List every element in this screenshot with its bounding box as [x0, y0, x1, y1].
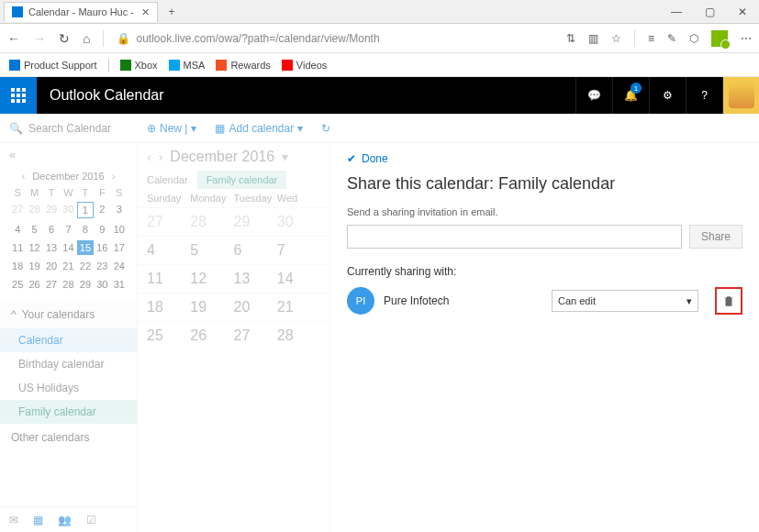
settings-gear-icon[interactable]: ⚙ — [649, 77, 686, 114]
your-calendars-toggle[interactable]: ^ Your calendars — [0, 301, 137, 328]
remove-share-button[interactable] — [715, 287, 742, 315]
other-calendars-toggle[interactable]: Other calendars — [0, 424, 137, 451]
calendar-tab[interactable]: Family calendar — [197, 171, 287, 189]
mini-day[interactable]: 5 — [26, 222, 42, 237]
month-day-cell[interactable]: 7 — [277, 242, 320, 259]
back-button[interactable]: ← — [7, 31, 20, 46]
add-calendar-button[interactable]: ▦ Add calendar ▾ — [215, 122, 303, 135]
mini-day[interactable]: 12 — [26, 240, 42, 255]
cast-icon[interactable]: ⇅ — [566, 32, 575, 45]
month-day-cell[interactable]: 13 — [234, 271, 277, 287]
mini-day[interactable]: 31 — [111, 277, 128, 292]
mini-day[interactable]: 4 — [9, 222, 26, 237]
month-day-cell[interactable]: 6 — [234, 242, 277, 259]
mini-day[interactable]: 17 — [111, 240, 128, 255]
refresh-button[interactable]: ↻ — [59, 31, 70, 46]
favorite-star-icon[interactable]: ☆ — [611, 32, 621, 45]
profile-badge-icon[interactable] — [711, 30, 728, 47]
mini-day[interactable]: 20 — [43, 259, 60, 273]
hub-icon[interactable]: ≡ — [648, 32, 654, 45]
mini-day[interactable]: 2 — [94, 202, 110, 218]
calendar-icon[interactable]: ▦ — [33, 514, 43, 526]
browser-tab[interactable]: Calendar - Mauro Huc - ✕ — [4, 2, 158, 22]
favorite-item[interactable]: Videos — [282, 60, 327, 71]
month-day-cell[interactable]: 4 — [147, 242, 190, 259]
maximize-button[interactable]: ▢ — [693, 6, 726, 18]
month-day-cell[interactable]: 11 — [147, 271, 190, 287]
mini-day[interactable]: 28 — [26, 202, 42, 218]
mini-day[interactable]: 11 — [9, 240, 26, 255]
mini-day[interactable]: 13 — [43, 240, 60, 255]
permission-select[interactable]: Can edit ▾ — [552, 290, 698, 312]
month-day-cell[interactable]: 26 — [190, 327, 233, 344]
refresh-calendar-icon[interactable]: ↻ — [321, 122, 330, 135]
mini-day[interactable]: 27 — [43, 277, 60, 292]
favorite-item[interactable]: MSA — [169, 60, 206, 71]
month-day-cell[interactable]: 21 — [277, 299, 320, 316]
search-input[interactable] — [28, 122, 120, 135]
mini-day[interactable]: 3 — [111, 202, 128, 218]
month-day-cell[interactable]: 18 — [147, 299, 190, 316]
collapse-sidebar-icon[interactable]: « — [0, 143, 137, 167]
month-day-cell[interactable]: 5 — [190, 242, 233, 259]
mini-day[interactable]: 8 — [77, 222, 94, 237]
month-day-cell[interactable]: 20 — [234, 299, 277, 316]
mini-day[interactable]: 14 — [60, 240, 76, 255]
mini-day[interactable]: 26 — [26, 277, 42, 292]
calendar-list-item[interactable]: Birthday calendar — [0, 352, 137, 376]
mini-day[interactable]: 9 — [94, 222, 110, 237]
mini-day[interactable]: 30 — [94, 277, 110, 292]
done-button[interactable]: ✔ Done — [347, 152, 742, 165]
mini-day[interactable]: 25 — [9, 277, 26, 292]
address-field[interactable]: 🔒 outlook.live.com/owa/?path=/calendar/v… — [117, 32, 553, 45]
month-day-cell[interactable]: 19 — [190, 299, 233, 316]
minimize-button[interactable]: — — [660, 6, 693, 18]
month-day-cell[interactable]: 28 — [190, 214, 233, 230]
mini-day[interactable]: 28 — [60, 277, 76, 292]
month-dropdown-icon[interactable]: ▾ — [282, 150, 288, 164]
month-day-cell[interactable]: 30 — [277, 214, 320, 230]
month-day-cell[interactable]: 27 — [147, 214, 190, 230]
mail-icon[interactable]: ✉ — [9, 514, 18, 526]
mini-day[interactable]: 10 — [111, 222, 128, 237]
new-tab-button[interactable]: + — [162, 6, 182, 18]
reading-list-icon[interactable]: ▥ — [588, 32, 598, 45]
mini-prev-month-icon[interactable]: ‹ — [22, 171, 26, 182]
month-day-cell[interactable]: 25 — [147, 327, 190, 344]
app-launcher-button[interactable] — [0, 77, 37, 114]
month-day-cell[interactable]: 12 — [190, 271, 233, 287]
mini-day[interactable]: 18 — [9, 259, 26, 273]
calendar-tab[interactable]: Calendar — [138, 171, 197, 189]
mini-day[interactable]: 19 — [26, 259, 42, 273]
mini-day[interactable]: 16 — [94, 240, 110, 255]
mini-day[interactable]: 29 — [77, 277, 94, 292]
home-button[interactable]: ⌂ — [83, 31, 90, 46]
mini-day[interactable]: 6 — [43, 222, 60, 237]
close-window-button[interactable]: ✕ — [726, 6, 759, 18]
month-next-icon[interactable]: › — [159, 150, 163, 164]
mini-day[interactable]: 23 — [94, 259, 110, 273]
mini-day[interactable]: 1 — [77, 202, 94, 218]
notes-icon[interactable]: ✎ — [667, 32, 676, 45]
calendar-list-item[interactable]: Family calendar — [0, 400, 137, 424]
account-avatar[interactable] — [722, 77, 759, 114]
share-button[interactable]: Share — [689, 225, 742, 249]
favorite-item[interactable]: Xbox — [120, 60, 158, 71]
favorite-item[interactable]: Product Support — [9, 60, 97, 71]
chat-icon[interactable]: 💬 — [575, 77, 612, 114]
calendar-list-item[interactable]: Calendar — [0, 328, 137, 352]
mini-day[interactable]: 22 — [77, 259, 94, 273]
mini-day[interactable]: 29 — [43, 202, 60, 218]
share-email-input[interactable] — [347, 225, 682, 249]
mini-day[interactable]: 27 — [9, 202, 26, 218]
close-tab-icon[interactable]: ✕ — [141, 6, 150, 18]
mini-day[interactable]: 24 — [111, 259, 128, 273]
forward-button[interactable]: → — [33, 31, 46, 46]
people-icon[interactable]: 👥 — [58, 514, 72, 526]
mini-day[interactable]: 21 — [60, 259, 76, 273]
month-day-cell[interactable]: 14 — [277, 271, 320, 287]
mini-day[interactable]: 30 — [60, 202, 76, 218]
search-box[interactable]: 🔍 — [0, 122, 138, 135]
month-prev-icon[interactable]: ‹ — [147, 150, 151, 164]
more-icon[interactable]: ⋯ — [741, 32, 752, 45]
